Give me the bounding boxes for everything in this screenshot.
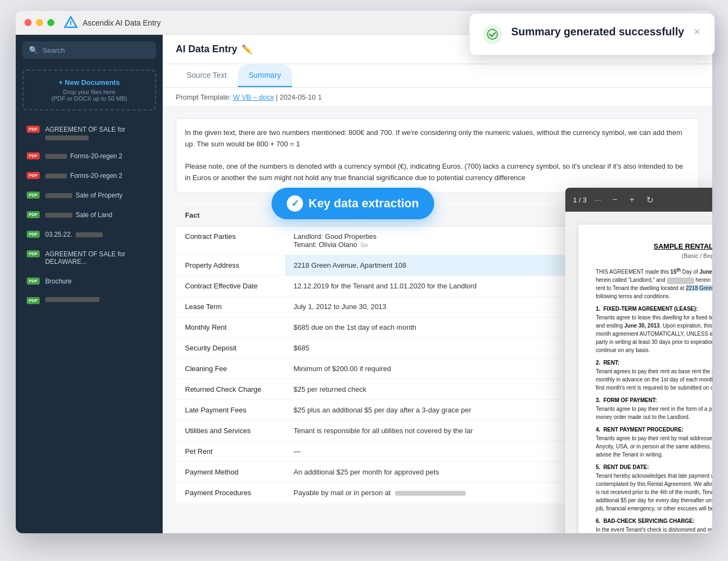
fact-cell: Payment Procedures bbox=[176, 482, 285, 503]
kde-label: Key data extraction bbox=[309, 196, 419, 211]
success-text: Summary generated successfully bbox=[511, 24, 684, 39]
pdf-section-1-title: 1. FIXED-TERM AGREEMENT (LEASE): bbox=[596, 306, 712, 312]
search-icon: 🔍 bbox=[29, 46, 38, 54]
table-header-fact: Fact bbox=[176, 204, 285, 226]
notification-close-button[interactable]: × bbox=[693, 24, 701, 39]
pdf-badge: PDF bbox=[27, 231, 40, 238]
maximize-button[interactable] bbox=[47, 19, 54, 26]
new-docs-title: + New Documents bbox=[31, 78, 147, 87]
pdf-badge: PDF bbox=[27, 297, 40, 304]
svg-point-2 bbox=[488, 29, 497, 39]
search-box[interactable]: 🔍 bbox=[22, 41, 156, 59]
pdf-badge: PDF bbox=[27, 250, 40, 257]
new-documents-area[interactable]: + New Documents Drop your files here(PDF… bbox=[22, 70, 156, 110]
fact-cell: Property Address bbox=[176, 255, 285, 275]
success-notification: Summary generated successfully × bbox=[469, 13, 715, 56]
pdf-viewer: 1 / 3 — − + ↻ ⬇ 🖨 ⋮ bbox=[565, 188, 712, 533]
prompt-bar: Prompt Template: W VB – docx | 2024-05-1… bbox=[163, 88, 712, 107]
search-input[interactable] bbox=[42, 46, 150, 54]
pdf-badge: PDF bbox=[27, 126, 40, 133]
tab-summary[interactable]: Summary bbox=[238, 64, 292, 87]
item-title: AGREEMENT OF SALE for bbox=[45, 126, 125, 133]
prompt-link[interactable]: W VB – docx bbox=[233, 93, 274, 101]
pdf-section-1-text: Tenants agree to lease this dwelling for… bbox=[596, 313, 712, 354]
sidebar: 🔍 + New Documents Drop your files here(P… bbox=[16, 35, 163, 533]
edit-icon[interactable]: ✏️ bbox=[242, 44, 252, 54]
page-title: AI Data Entry bbox=[176, 44, 237, 55]
pdf-section-6-title: 6. BAD-CHECK SERVICING CHARGE: bbox=[596, 518, 712, 524]
fact-cell: Payment Method bbox=[176, 461, 285, 482]
fact-cell: Pet Rent bbox=[176, 441, 285, 461]
list-item[interactable]: PDF bbox=[20, 292, 158, 310]
pdf-zoom-in-button[interactable]: + bbox=[626, 193, 638, 206]
fact-cell: Late Payment Fees bbox=[176, 399, 285, 420]
pdf-content[interactable]: SAMPLE RENTAL AGREEMENT (Basic / Beginni… bbox=[565, 212, 712, 533]
item-title: Forms-20-regen 2 bbox=[70, 172, 122, 180]
pdf-section-2-title: 2. RENT: bbox=[596, 360, 712, 366]
pdf-badge: PDF bbox=[27, 152, 40, 159]
fact-cell: Returned Check Charge bbox=[176, 379, 285, 399]
kde-badge: ✓ Key data extraction bbox=[272, 188, 434, 219]
item-title: Sale of Land bbox=[76, 211, 112, 219]
kde-check-icon: ✓ bbox=[287, 195, 303, 212]
fact-cell: Lease Term bbox=[176, 296, 285, 317]
item-title: Sale of Property bbox=[76, 192, 122, 199]
pdf-rotate-button[interactable]: ↻ bbox=[643, 193, 657, 207]
fact-cell: Security Deposit bbox=[176, 337, 285, 358]
traffic-lights bbox=[24, 19, 54, 26]
pdf-intro: THIS AGREEMENT made this 15th Day of Jun… bbox=[596, 267, 712, 300]
tabs-bar: Source Text Summary bbox=[163, 64, 712, 88]
fact-cell: Contract Effective Date bbox=[176, 275, 285, 296]
pdf-section-5-text: Tenant hereby acknowledges that late pay… bbox=[596, 472, 712, 513]
item-title: AGREEMENT OF SALE for DELAWARE... bbox=[45, 250, 152, 266]
item-title: Forms-20-regen 2 bbox=[70, 152, 122, 160]
new-docs-sub: Drop your files here(PDF or DOCX up to 5… bbox=[31, 89, 147, 102]
fact-cell: Utilities and Services bbox=[176, 420, 285, 441]
pdf-title: SAMPLE RENTAL AGREEMENT bbox=[596, 242, 712, 250]
list-item[interactable]: PDF AGREEMENT OF SALE for bbox=[20, 120, 158, 146]
list-item[interactable]: PDF Forms-20-regen 2 bbox=[20, 167, 158, 185]
pdf-section-6-text: In the event Tenant's check is dishonore… bbox=[596, 526, 712, 533]
tab-source-text[interactable]: Source Text bbox=[176, 64, 238, 87]
pdf-section-2-text: Tenant agrees to pay their rent as base … bbox=[596, 367, 712, 392]
summary-text: In the given text, there are two numbers… bbox=[176, 118, 699, 193]
list-item[interactable]: PDF Forms-20-regen 2 bbox=[20, 147, 158, 165]
main-panel: AI Data Entry ✏️ Source Text Summary Pro… bbox=[163, 35, 712, 533]
fact-cell: Cleaning Fee bbox=[176, 358, 285, 379]
list-item[interactable]: PDF Sale of Property bbox=[20, 186, 158, 205]
sidebar-list: PDF AGREEMENT OF SALE for PDF bbox=[16, 115, 163, 533]
content-area: In the given text, there are two numbers… bbox=[163, 107, 712, 533]
pdf-badge: PDF bbox=[27, 278, 40, 285]
pdf-section-4-text: Tenants agree to pay their rent by mail … bbox=[596, 434, 712, 459]
minimize-button[interactable] bbox=[36, 19, 43, 26]
success-check-icon bbox=[483, 24, 502, 44]
app-name: Ascendix AI Data Entry bbox=[83, 19, 161, 27]
pdf-zoom-out-button[interactable]: − bbox=[609, 193, 620, 206]
pdf-badge: PDF bbox=[27, 211, 40, 218]
pdf-page: SAMPLE RENTAL AGREEMENT (Basic / Beginni… bbox=[578, 225, 712, 533]
list-item[interactable]: PDF Sale of Land bbox=[20, 206, 158, 224]
fact-cell: Monthly Rent bbox=[176, 317, 285, 337]
logo-icon bbox=[63, 15, 78, 30]
pdf-section-3-title: 3. FORM OF PAYMENT: bbox=[596, 397, 712, 403]
fact-cell: Contract Parties bbox=[176, 226, 285, 255]
pdf-toolbar: 1 / 3 — − + ↻ ⬇ 🖨 ⋮ bbox=[565, 188, 712, 212]
pdf-badge: PDF bbox=[27, 172, 40, 179]
pdf-page-info: 1 / 3 bbox=[573, 196, 587, 204]
prompt-label: Prompt Template: bbox=[176, 93, 231, 101]
pdf-section-5-title: 5. RENT DUE DATE: bbox=[596, 464, 712, 470]
app-window: Ascendix AI Data Entry 🔍 + New Documents… bbox=[16, 11, 712, 533]
pdf-badge: PDF bbox=[27, 192, 40, 199]
prompt-date: | 2024-05-10 1 bbox=[276, 93, 322, 101]
item-title: Brochure bbox=[45, 278, 72, 285]
item-title: 03.25.22. bbox=[45, 231, 72, 238]
list-item[interactable]: PDF AGREEMENT OF SALE for DELAWARE... bbox=[20, 245, 158, 271]
pdf-subtitle: (Basic / Beginning) bbox=[596, 252, 712, 259]
list-item[interactable]: PDF Brochure bbox=[20, 272, 158, 291]
close-button[interactable] bbox=[24, 19, 32, 26]
pdf-section-4-title: 4. RENT PAYMENT PROCEDURE: bbox=[596, 427, 712, 433]
list-item[interactable]: PDF 03.25.22. bbox=[20, 225, 158, 244]
pdf-section-3-text: Tenants agree to pay their rent in the f… bbox=[596, 405, 712, 421]
